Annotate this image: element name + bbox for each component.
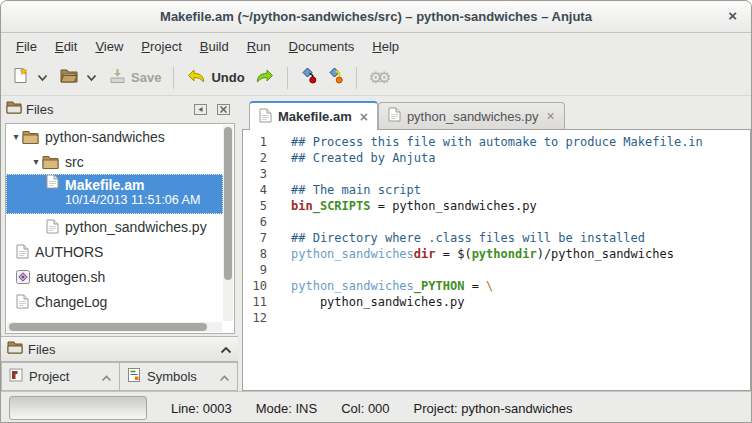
tree-horizontal-scrollbar[interactable] (7, 322, 222, 332)
script-icon (16, 270, 30, 284)
code-text (267, 262, 291, 278)
redo-icon (255, 68, 275, 88)
titlebar[interactable]: Makefile.am (~/python-sandwiches/src) – … (1, 1, 751, 33)
file-icon (16, 244, 29, 259)
document-tabbar: Makefile.am×python_sandwiches.py× (242, 96, 751, 129)
chevron-up-icon[interactable] (101, 368, 112, 386)
code-line-1: 1## Process this file with automake to p… (243, 134, 750, 150)
code-text (267, 214, 291, 230)
redo-button[interactable] (250, 64, 280, 92)
menu-build[interactable]: Build (191, 34, 238, 59)
toolbar-separator (173, 67, 174, 89)
code-editor[interactable]: 1## Process this file with automake to p… (242, 129, 751, 391)
document-tab-python-sandwiches-py[interactable]: python_sandwiches.py× (378, 102, 565, 129)
open-file-dropdown[interactable] (81, 70, 102, 86)
close-pane-button[interactable] (214, 101, 233, 117)
menubar: FileEditViewProjectBuildRunDocumentsHelp (1, 33, 751, 60)
menu-help[interactable]: Help (363, 34, 408, 59)
code-line-2: 2## Created by Anjuta (243, 150, 750, 166)
line-number: 10 (243, 278, 267, 294)
menu-run[interactable]: Run (238, 34, 280, 59)
file-icon (46, 174, 59, 189)
tree-item-python-sandwiches[interactable]: ▾python-sandwiches (6, 124, 223, 149)
code-text: python_sandwichesdir = $(pythondir)/pyth… (267, 246, 674, 262)
pane-button-label: Project (29, 369, 101, 384)
open-file-button[interactable] (55, 64, 83, 91)
jump-to-symbol-button[interactable] (295, 63, 322, 92)
menu-documents[interactable]: Documents (280, 34, 364, 59)
line-number: 8 (243, 246, 267, 262)
tree-item-changelog[interactable]: ChangeLog (6, 289, 223, 314)
code-text: ## Process this file with automake to pr… (267, 134, 703, 150)
tree-item-authors[interactable]: AUTHORS (6, 239, 223, 264)
tree-item-python-sandwiches-py[interactable]: python_sandwiches.py (6, 214, 223, 239)
code-line-7: 7## Directory where .class files will be… (243, 230, 750, 246)
undo-label: Undo (211, 70, 244, 85)
jump-to-icon (300, 67, 317, 88)
line-number: 7 (243, 230, 267, 246)
chevron-up-icon[interactable] (219, 368, 230, 386)
tree-item-timestamp: 10/14/2013 11:51:06 AM (65, 193, 200, 208)
files-collapsed-bar[interactable]: Files (1, 336, 238, 362)
menu-file[interactable]: File (7, 34, 46, 59)
tree-item-makefile-am[interactable]: Makefile.am10/14/2013 11:51:06 AM (6, 174, 223, 214)
progress-indicator (9, 396, 147, 420)
code-line-5: 5bin_SCRIPTS = python_sandwiches.py (243, 198, 750, 214)
status-mode: Mode: INS (256, 401, 317, 416)
window-close-button[interactable]: × (728, 8, 737, 24)
tree-item-label: python-sandwiches (45, 129, 165, 145)
files-panel-title: Files (26, 102, 187, 117)
save-button[interactable]: Save (104, 64, 166, 92)
document-tab-makefile-am[interactable]: Makefile.am× (249, 101, 378, 130)
dock-pane-button[interactable] (191, 101, 210, 117)
code-line-9: 9 (243, 262, 750, 278)
folder-icon (22, 130, 39, 144)
line-number: 5 (243, 198, 267, 214)
new-file-button[interactable] (7, 63, 34, 92)
tree-item-label: ChangeLog (35, 294, 107, 310)
project-pane-button[interactable]: Project (1, 362, 120, 391)
tree-item-src[interactable]: ▾src (6, 149, 223, 174)
menu-edit[interactable]: Edit (46, 34, 86, 59)
code-text (267, 310, 291, 326)
new-file-dropdown[interactable] (32, 70, 53, 86)
menu-view[interactable]: View (86, 34, 132, 59)
tree-item-autogen-sh[interactable]: autogen.sh (6, 264, 223, 289)
main-area: Files ▾python-sandwiches▾srcMakefile.am1… (1, 96, 751, 391)
menu-project[interactable]: Project (132, 34, 190, 59)
save-label: Save (131, 70, 161, 85)
statusbar: Line: 0003Mode: INSCol: 000Project: pyth… (1, 391, 751, 423)
pane-button-label: Symbols (147, 369, 219, 384)
line-number: 1 (243, 134, 267, 150)
toolbar-separator (287, 67, 288, 89)
undo-button[interactable]: Undo (181, 64, 249, 92)
document-icon (388, 107, 401, 125)
code-line-10: 10python_sandwiches_PYTHON = \ (243, 278, 750, 294)
preferences-button[interactable]: ⚙⚙ (364, 64, 391, 91)
code-text: python_sandwiches.py (267, 294, 464, 310)
expander-triangle-icon[interactable]: ▾ (30, 156, 42, 167)
line-number: 3 (243, 166, 267, 182)
chevron-up-icon[interactable] (220, 340, 232, 358)
tree-item-label: src (65, 154, 84, 170)
code-text: ## The main script (267, 182, 421, 198)
jump-back-button[interactable] (322, 63, 349, 92)
undo-icon (186, 68, 206, 88)
expander-triangle-icon[interactable]: ▾ (10, 131, 22, 142)
folder-icon (7, 340, 23, 358)
tab-label: python_sandwiches.py (407, 109, 539, 124)
tab-close-button[interactable]: × (360, 109, 368, 125)
folder-icon (6, 100, 22, 118)
line-number: 4 (243, 182, 267, 198)
line-number: 11 (243, 294, 267, 310)
line-number: 2 (243, 150, 267, 166)
tree-item-label: Makefile.am (65, 178, 200, 193)
code-text: ## Directory where .class files will be … (267, 230, 645, 246)
tree-vertical-scrollbar[interactable] (223, 125, 233, 321)
tab-close-button[interactable]: × (546, 108, 554, 124)
symbols-pane-button[interactable]: Symbols (120, 362, 238, 391)
code-line-6: 6 (243, 214, 750, 230)
file-icon (46, 219, 59, 234)
open-folder-icon (60, 68, 78, 87)
code-text: bin_SCRIPTS = python_sandwiches.py (267, 198, 537, 214)
